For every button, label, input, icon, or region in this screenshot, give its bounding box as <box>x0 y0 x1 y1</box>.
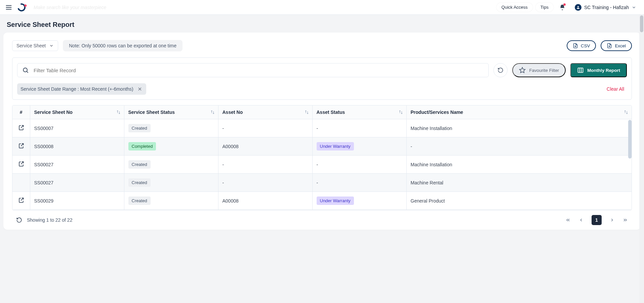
cell-asset-status: Under Warranty <box>312 137 406 156</box>
col-header-product[interactable]: Product/Services Name <box>406 105 632 119</box>
open-record-icon[interactable] <box>18 142 25 149</box>
cell-product: Machine Rental <box>406 174 632 192</box>
open-record-icon[interactable] <box>18 197 25 204</box>
report-card: Service Sheet Note: Only 50000 rows can … <box>3 33 641 230</box>
col-header-asset-label: Asset No <box>223 110 243 115</box>
active-filters: Service Sheet Date Range : Most Recent (… <box>17 83 627 95</box>
status-badge: Created <box>128 124 151 132</box>
row-open-cell <box>12 137 30 156</box>
col-header-status-label: Service Sheet Status <box>128 110 175 115</box>
refresh-icon <box>497 67 504 73</box>
user-menu[interactable]: SC Training - Hafizah <box>571 2 640 12</box>
page-prev-icon[interactable] <box>579 218 583 222</box>
clear-all-filters[interactable]: Clear All <box>607 86 627 92</box>
report-type-select[interactable]: Service Sheet <box>12 40 58 51</box>
col-header-ssno-label: Service Sheet No <box>34 110 73 115</box>
sort-icon[interactable] <box>210 110 215 115</box>
monthly-report-button[interactable]: Monthly Report <box>570 63 627 77</box>
cell-status: Created <box>124 192 218 210</box>
table-row: SS00029CreatedA00008Under WarrantyGenera… <box>12 192 632 210</box>
search-icon <box>22 67 29 74</box>
page-current[interactable]: 1 <box>592 215 602 225</box>
cell-asset-status: - <box>312 174 406 192</box>
row-open-cell <box>12 119 30 137</box>
filter-search-input[interactable] <box>33 67 484 74</box>
row-open-cell <box>12 192 30 210</box>
page-scrollbar[interactable] <box>639 15 644 303</box>
pager-refresh-icon[interactable] <box>16 217 22 223</box>
sort-icon[interactable] <box>305 110 309 115</box>
cell-asset-status: - <box>312 119 406 137</box>
svg-rect-7 <box>578 68 583 72</box>
filter-panel: Favourite Filter Monthly Report Service … <box>12 57 632 100</box>
appbar-actions: Quick Access Tips SC Training - Hafizah <box>496 2 640 12</box>
status-badge: Completed <box>128 142 156 150</box>
chevron-down-icon <box>632 5 636 10</box>
tips-button[interactable]: Tips <box>535 3 554 12</box>
col-header-ssno[interactable]: Service Sheet No <box>30 105 124 119</box>
table-row: SS00007Created--Machine Installation <box>12 119 632 137</box>
export-csv-button[interactable]: CSV <box>567 40 596 51</box>
user-avatar-icon <box>575 4 581 11</box>
cell-status: Completed <box>124 137 218 156</box>
col-header-asset[interactable]: Asset No <box>218 105 312 119</box>
filter-chip-date-range: Service Sheet Date Range : Most Recent (… <box>17 83 146 95</box>
asset-status-badge: Under Warranty <box>317 142 354 150</box>
col-header-asset-status[interactable]: Asset Status <box>312 105 406 119</box>
sort-icon[interactable] <box>116 110 121 115</box>
filter-search[interactable] <box>17 63 489 77</box>
chip-remove-icon[interactable] <box>137 86 143 92</box>
cell-status: Created <box>124 156 218 174</box>
cell-asset-no: - <box>218 119 312 137</box>
status-badge: Created <box>128 197 151 205</box>
chevron-down-icon <box>49 43 54 48</box>
refresh-button[interactable] <box>493 63 508 77</box>
cell-asset-no: A00008 <box>218 192 312 210</box>
table-scrollbar-thumb[interactable] <box>628 120 632 159</box>
quick-access-button[interactable]: Quick Access <box>496 3 533 12</box>
col-header-index: # <box>12 105 30 119</box>
table-row: SS00027Created--Machine Rental <box>12 174 632 192</box>
menu-icon[interactable] <box>4 3 13 12</box>
svg-point-4 <box>23 68 27 72</box>
page-body: Service Sheet Report Service Sheet Note:… <box>0 15 644 303</box>
page-first-icon[interactable] <box>565 217 571 223</box>
page-title: Service Sheet Report <box>3 15 641 33</box>
cell-status: Created <box>124 119 218 137</box>
cell-asset-no: - <box>218 174 312 192</box>
open-record-icon[interactable] <box>18 161 25 167</box>
svg-marker-6 <box>520 68 525 73</box>
export-excel-button[interactable]: Excel <box>601 40 632 51</box>
report-table-container: # Service Sheet No Service Sheet Status <box>12 105 632 210</box>
cell-asset-no: - <box>218 156 312 174</box>
cell-product: Machine Installation <box>406 119 632 137</box>
page-next-icon[interactable] <box>610 218 614 222</box>
page-scrollbar-thumb[interactable] <box>640 15 643 32</box>
favourite-filter-button[interactable]: Favourite Filter <box>512 63 566 77</box>
cell-service-sheet-no: SS00027 <box>30 156 124 174</box>
col-header-status[interactable]: Service Sheet Status <box>124 105 218 119</box>
app-logo[interactable] <box>16 2 27 13</box>
svg-line-5 <box>27 72 28 73</box>
status-badge: Created <box>128 178 151 187</box>
report-table: # Service Sheet No Service Sheet Status <box>12 105 632 210</box>
cell-asset-status: - <box>312 156 406 174</box>
svg-point-3 <box>577 6 579 7</box>
open-record-icon[interactable] <box>18 124 25 131</box>
cell-product: General Product <box>406 192 632 210</box>
notifications-icon[interactable] <box>558 3 567 12</box>
sort-icon[interactable] <box>399 110 403 115</box>
cell-service-sheet-no: SS00027 <box>30 174 124 192</box>
global-search-placeholder[interactable]: Make search like your masterpiece <box>34 5 106 10</box>
columns-icon <box>577 67 584 74</box>
monthly-report-label: Monthly Report <box>587 68 620 73</box>
report-type-label: Service Sheet <box>16 43 46 48</box>
filter-chip-label: Service Sheet Date Range : Most Recent (… <box>21 86 133 92</box>
cell-asset-no: A00008 <box>218 137 312 156</box>
cell-product: Machine Installation <box>406 156 632 174</box>
page-last-icon[interactable] <box>622 217 628 223</box>
report-controls: Service Sheet Note: Only 50000 rows can … <box>12 40 632 51</box>
status-badge: Created <box>128 160 151 169</box>
file-excel-icon <box>607 43 612 48</box>
sort-icon[interactable] <box>624 110 628 115</box>
